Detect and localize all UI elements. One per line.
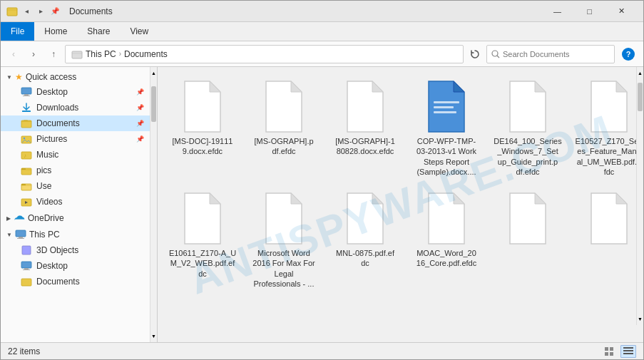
large-icons-view-button[interactable] <box>602 345 618 358</box>
onedrive-header[interactable]: ▶ OneDrive <box>1 211 150 225</box>
file-label: MOAC_Word_2016_Core.pdf.efdc <box>416 248 476 269</box>
svg-rect-1 <box>72 51 82 58</box>
doc-file-icon <box>344 192 387 245</box>
scroll-down-btn[interactable]: ▼ <box>637 313 643 325</box>
file-icon <box>178 190 228 247</box>
file-item[interactable] <box>489 185 567 294</box>
sidebar-item-label: Music <box>36 150 58 160</box>
scroll-down-arrow[interactable]: ▼ <box>150 330 157 342</box>
close-button[interactable]: ✕ <box>605 1 638 22</box>
file-item[interactable]: COP-WFP-TMP-03-2013-v1 WorkSteps Report(… <box>407 73 486 182</box>
svg-rect-35 <box>623 350 633 351</box>
scroll-up-arrow[interactable]: ▲ <box>150 67 157 79</box>
file-item[interactable]: MNL-0875.pdf.efdc <box>326 185 404 294</box>
doc-file-icon <box>262 80 305 133</box>
quick-access-header[interactable]: ▼ ★ Quick access <box>1 70 150 84</box>
file-label: COP-WFP-TMP-03-2013-v1 WorkSteps Report(… <box>416 136 476 177</box>
tab-share[interactable]: Share <box>77 22 120 41</box>
tab-view[interactable]: View <box>120 22 158 41</box>
back-button[interactable]: ‹ <box>5 46 22 63</box>
file-label: E10611_Z170-A_UM_V2_WEB.pdf.efdc <box>169 248 236 279</box>
maximize-button[interactable]: □ <box>573 1 605 22</box>
tab-home[interactable]: Home <box>34 22 77 41</box>
file-item[interactable]: [MS-OGRAPH]-180828.docx.efdc <box>326 73 404 182</box>
chevron-right-icon: ▶ <box>6 215 11 222</box>
help-icon: ? <box>622 48 635 61</box>
doc-file-icon <box>506 192 549 245</box>
file-icon <box>503 78 553 135</box>
svg-rect-21 <box>17 238 24 239</box>
up-button[interactable]: ↑ <box>45 46 62 63</box>
forward-button[interactable]: › <box>25 46 42 63</box>
refresh-button[interactable] <box>466 46 484 63</box>
videos-icon <box>21 196 32 207</box>
file-label: DE164_100_Series_Windows_7_Setup_Guide_p… <box>494 136 561 177</box>
content-scrollbar[interactable]: ▲ ▼ <box>636 67 643 325</box>
refresh-icon <box>470 49 480 59</box>
content-area: ANTISPYWARE.COM [MS-DOC]-191119.docx.efd… <box>158 67 643 342</box>
address-path[interactable]: This PC › Documents <box>65 45 464 63</box>
pin-icon4: 📌 <box>136 135 144 143</box>
svg-rect-32 <box>605 352 608 356</box>
file-icon <box>340 78 390 135</box>
file-label: E10527_Z170_Series_Feature_Manual_UM_WEB… <box>576 136 643 177</box>
downloads-icon <box>21 102 32 113</box>
sidebar-scrollbar[interactable]: ▲ ▼ <box>150 67 158 342</box>
ribbon-tabs: File Home Share View <box>1 22 643 41</box>
details-view-button[interactable] <box>620 345 636 358</box>
scroll-up-btn[interactable]: ▲ <box>637 67 643 79</box>
sidebar-item-downloads[interactable]: Downloads 📌 <box>1 100 150 115</box>
scroll-thumb2[interactable] <box>638 83 643 111</box>
sidebar-item-pictures[interactable]: Pictures 📌 <box>1 131 150 147</box>
search-input[interactable] <box>503 50 603 58</box>
doc-file-icon <box>588 192 630 245</box>
file-item[interactable]: E10611_Z170-A_UM_V2_WEB.pdf.efdc <box>163 185 242 294</box>
pin-icon2: 📌 <box>136 104 144 111</box>
sidebar-item-pics[interactable]: pics <box>1 163 150 178</box>
doc-file-icon <box>262 192 305 245</box>
pin-icon: 📌 <box>136 88 144 96</box>
search-box[interactable] <box>486 45 615 63</box>
star-icon: ★ <box>15 72 23 82</box>
sidebar-item-desktop2[interactable]: Desktop <box>1 258 150 274</box>
sidebar-item-documents[interactable]: Documents 📌 <box>1 115 150 131</box>
onedrive-label: OneDrive <box>28 213 64 223</box>
statusbar: 22 items <box>1 342 643 359</box>
sidebar-item-music[interactable]: ♪ Music <box>1 147 150 163</box>
scroll-track <box>150 79 157 330</box>
file-item[interactable]: Microsoft Word2016 For Max ForLegalProfe… <box>245 185 323 294</box>
svg-rect-20 <box>19 237 23 238</box>
file-icon <box>259 78 309 135</box>
svg-rect-24 <box>24 268 29 269</box>
view-controls <box>602 345 636 358</box>
file-label: [MS-OGRAPH]-180828.docx.efdc <box>335 136 395 157</box>
forward-icon: ▸ <box>35 6 46 17</box>
file-item[interactable]: MOAC_Word_2016_Core.pdf.efdc <box>407 185 486 294</box>
sidebar-item-videos[interactable]: Videos <box>1 194 150 210</box>
file-item[interactable] <box>570 185 643 294</box>
file-item[interactable]: E10527_Z170_Series_Feature_Manual_UM_WEB… <box>570 73 643 182</box>
file-item[interactable]: [MS-DOC]-191119.docx.efdc <box>163 73 242 182</box>
this-pc-header[interactable]: ▼ This PC <box>1 227 150 242</box>
file-item[interactable]: [MS-OGRAPH].pdf.efdc <box>245 73 323 182</box>
chevron-down-icon: ▼ <box>6 74 12 81</box>
sidebar-item-label: Use <box>36 181 51 191</box>
chevron-down-icon2: ▼ <box>6 232 12 238</box>
help-button[interactable]: ? <box>618 48 639 61</box>
tab-file[interactable]: File <box>1 22 34 41</box>
sidebar-item-3d-objects[interactable]: 3D Objects <box>1 242 150 258</box>
doc-file-icon-colored <box>425 80 468 133</box>
onedrive-icon <box>14 215 25 222</box>
file-icon <box>178 78 228 135</box>
minimize-button[interactable]: — <box>541 1 573 22</box>
sidebar-item-use[interactable]: Use <box>1 178 150 194</box>
sidebar-item-documents2[interactable]: Documents <box>1 274 150 289</box>
file-item[interactable]: DE164_100_Series_Windows_7_Setup_Guide_p… <box>489 73 567 182</box>
sidebar-item-desktop[interactable]: Desktop 📌 <box>1 84 150 100</box>
scroll-thumb[interactable] <box>151 86 156 122</box>
path-this-pc: This PC <box>86 49 116 59</box>
sidebar-item-label: Desktop <box>36 261 68 271</box>
svg-rect-26 <box>21 279 31 286</box>
search-icon <box>491 50 500 58</box>
doc-file-icon <box>181 80 224 133</box>
